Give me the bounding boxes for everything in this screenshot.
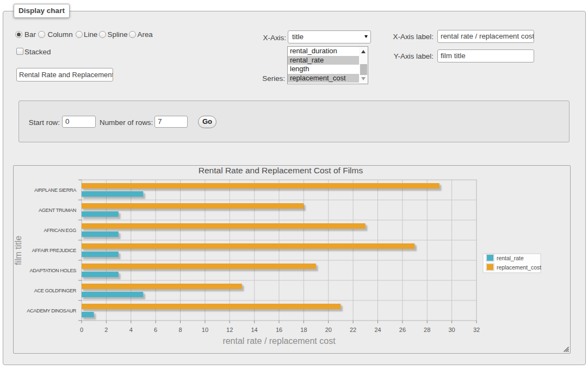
svg-text:replacement_cost: replacement_cost bbox=[497, 265, 541, 271]
svg-text:14: 14 bbox=[251, 327, 257, 333]
svg-text:12: 12 bbox=[226, 327, 233, 333]
svg-text:32: 32 bbox=[473, 327, 480, 333]
svg-text:6: 6 bbox=[154, 327, 157, 333]
svg-text:8: 8 bbox=[178, 327, 182, 333]
svg-text:AFFAIR PREJUDICE: AFFAIR PREJUDICE bbox=[32, 248, 76, 253]
svg-text:film title: film title bbox=[15, 236, 23, 265]
svg-text:AIRPLANE SIERRA: AIRPLANE SIERRA bbox=[34, 187, 77, 193]
svg-text:20: 20 bbox=[325, 327, 332, 333]
svg-text:ACE GOLDFINGER: ACE GOLDFINGER bbox=[34, 288, 77, 293]
svg-text:0: 0 bbox=[80, 327, 83, 333]
svg-text:22: 22 bbox=[350, 327, 356, 333]
svg-text:16: 16 bbox=[276, 327, 282, 333]
svg-text:30: 30 bbox=[448, 327, 455, 333]
svg-text:rental_rate: rental_rate bbox=[497, 255, 524, 261]
svg-text:rental rate / replacement cost: rental rate / replacement cost bbox=[222, 336, 336, 346]
svg-text:10: 10 bbox=[202, 327, 208, 333]
svg-text:Rental Rate and Replacement Co: Rental Rate and Replacement Cost of Film… bbox=[199, 166, 363, 175]
svg-text:28: 28 bbox=[424, 327, 430, 333]
svg-text:AGENT TRUMAN: AGENT TRUMAN bbox=[39, 208, 76, 213]
svg-text:18: 18 bbox=[300, 327, 307, 333]
svg-text:ADAPTATION HOLES: ADAPTATION HOLES bbox=[30, 268, 77, 273]
svg-text:2: 2 bbox=[104, 327, 108, 333]
svg-text:26: 26 bbox=[399, 327, 406, 333]
svg-text:ACADEMY DINOSAUR: ACADEMY DINOSAUR bbox=[27, 308, 76, 313]
svg-text:24: 24 bbox=[374, 327, 381, 333]
svg-text:4: 4 bbox=[129, 327, 133, 333]
svg-text:AFRICAN EGG: AFRICAN EGG bbox=[44, 228, 77, 233]
